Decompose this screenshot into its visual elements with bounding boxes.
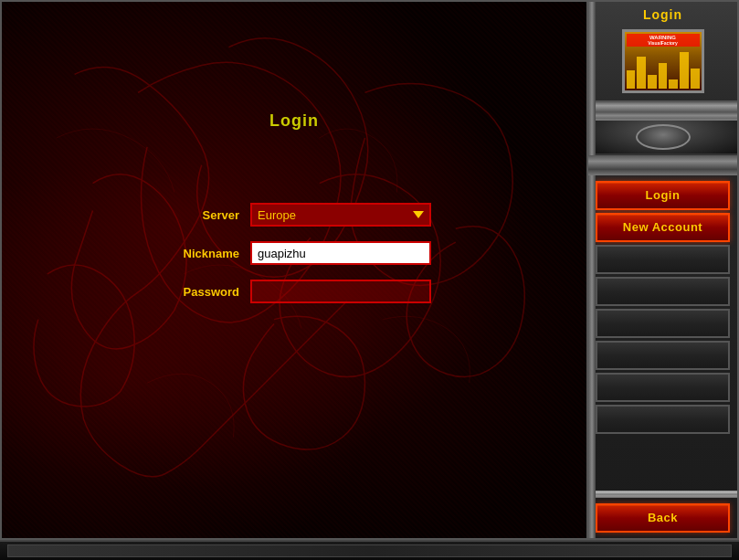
side-strip — [588, 2, 596, 538]
password-input[interactable] — [250, 280, 431, 303]
bar-5 — [669, 79, 678, 89]
empty-btn-1 — [596, 245, 730, 274]
empty-btn-3 — [596, 309, 730, 338]
bar-4 — [659, 63, 668, 89]
metal-grip-top — [588, 102, 737, 119]
new-account-button[interactable]: New Account — [596, 213, 730, 242]
bar-2 — [637, 57, 646, 89]
back-button[interactable]: Back — [596, 503, 730, 533]
right-panel: Login WARNING VisualFactory — [586, 2, 737, 538]
nickname-row: Nickname — [157, 241, 431, 265]
main-container: Login Server Europe America Asia Nicknam… — [0, 0, 739, 540]
status-bar-content — [7, 544, 732, 557]
bar-3 — [648, 75, 657, 89]
status-bar — [0, 540, 739, 560]
password-row: Password — [157, 280, 431, 303]
radar-display: WARNING VisualFactory — [622, 29, 704, 93]
server-label: Server — [157, 208, 239, 222]
panel-header: Login WARNING VisualFactory — [588, 2, 737, 102]
bar-6 — [680, 52, 689, 89]
login-title: Login — [2, 111, 586, 131]
nickname-input[interactable] — [250, 241, 431, 265]
server-row: Server Europe America Asia — [157, 203, 431, 227]
server-select[interactable]: Europe America Asia — [250, 203, 431, 227]
empty-btn-6 — [596, 405, 730, 434]
metal-accent-bottom — [588, 491, 737, 498]
bar-1 — [627, 70, 636, 89]
radar-bars — [625, 50, 702, 90]
bottom-section: Back — [588, 498, 737, 538]
dome-inner — [636, 124, 691, 150]
bar-7 — [691, 69, 700, 89]
nickname-label: Nickname — [157, 247, 239, 260]
left-panel: Login Server Europe America Asia Nicknam… — [2, 2, 586, 538]
empty-btn-4 — [596, 341, 730, 370]
login-form: Server Europe America Asia Nickname Pass… — [157, 203, 431, 318]
sidebar-buttons: Login New Account — [588, 175, 737, 491]
radar-warning: WARNING VisualFactory — [627, 34, 700, 47]
login-button[interactable]: Login — [596, 181, 730, 210]
empty-btn-5 — [596, 373, 730, 402]
password-label: Password — [157, 285, 239, 299]
metal-grip-lower — [588, 155, 737, 175]
dome-element — [588, 119, 737, 155]
panel-title: Login — [588, 5, 737, 26]
empty-btn-2 — [596, 277, 730, 306]
